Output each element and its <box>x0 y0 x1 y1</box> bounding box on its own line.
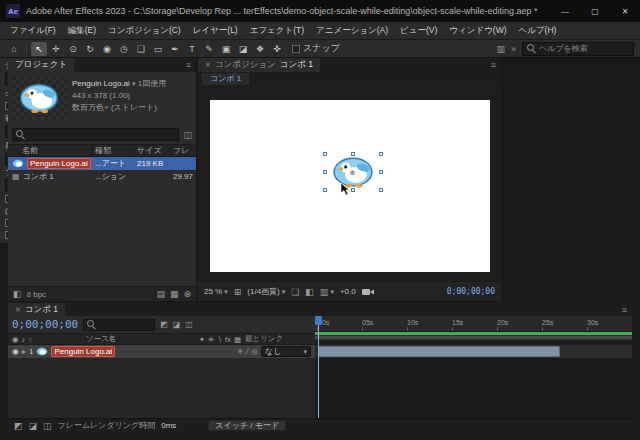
hand-tool-icon[interactable]: ✛ <box>48 42 64 56</box>
column-name[interactable]: 名前 <box>8 145 92 156</box>
close-icon[interactable]: ✕ <box>205 61 211 69</box>
new-folder-icon[interactable]: ▤ <box>156 289 165 299</box>
timeline-timecode[interactable]: 0;00;00;00 <box>12 318 78 331</box>
view-layout-dropdown[interactable]: ▥ ▾ <box>320 287 334 297</box>
project-search-input[interactable] <box>28 130 175 139</box>
grid-guides-icon[interactable]: ⊞ <box>234 287 242 297</box>
solo-column-icon[interactable]: ○ <box>28 335 33 344</box>
snap-checkbox[interactable] <box>292 45 300 53</box>
resize-handle[interactable] <box>351 152 355 156</box>
close-icon[interactable]: ✕ <box>15 306 21 314</box>
workspace-icon[interactable]: ▥ <box>496 44 505 54</box>
roto-brush-tool-icon[interactable]: ❖ <box>252 42 268 56</box>
project-panel-menu-icon[interactable]: ≡ <box>181 58 196 72</box>
menu-edit[interactable]: 編集(E) <box>62 25 102 37</box>
twirl-icon[interactable]: ▸ <box>22 347 26 356</box>
menu-view[interactable]: ビュー(V) <box>394 25 443 37</box>
transfer-controls-pane-icon[interactable]: ◪ <box>29 421 38 431</box>
footage-item-name[interactable]: Penguin Logo.ai <box>27 158 91 169</box>
playhead-line[interactable] <box>318 316 319 418</box>
layer-collapse-switch[interactable]: ✳ <box>237 347 244 356</box>
help-search-input[interactable] <box>539 44 629 53</box>
eraser-tool-icon[interactable]: ◪ <box>235 42 251 56</box>
camera-icon[interactable] <box>362 288 374 296</box>
color-depth-icon[interactable]: ◧ <box>13 289 22 299</box>
composition-timecode[interactable]: 0;00;00;00 <box>447 287 495 296</box>
resize-handle[interactable] <box>379 170 383 174</box>
draft-3d-icon[interactable]: ◪ <box>173 320 181 329</box>
timeline-panel-menu-icon[interactable]: ≡ <box>617 303 632 316</box>
chevron-down-icon[interactable]: ▾ <box>132 80 136 87</box>
camera-tool-icon[interactable]: ◉ <box>99 42 115 56</box>
composition-item-name[interactable]: コンポ 1 <box>23 171 54 182</box>
timeline-search-input[interactable] <box>98 320 151 329</box>
resize-handle[interactable] <box>379 152 383 156</box>
pen-tool-icon[interactable]: ✒ <box>167 42 183 56</box>
playhead-handle[interactable] <box>315 316 322 325</box>
menu-effect[interactable]: エフェクト(T) <box>244 25 310 37</box>
region-of-interest-icon[interactable]: ❏ <box>291 287 299 297</box>
menu-layer[interactable]: レイヤー(L) <box>187 25 244 37</box>
eye-column-icon[interactable]: ◉ <box>12 335 19 344</box>
close-button[interactable]: ✕ <box>610 0 640 22</box>
flowchart-icon[interactable]: ◫ <box>183 130 192 140</box>
resize-handle[interactable] <box>379 188 383 192</box>
resize-handle[interactable] <box>351 188 355 192</box>
menu-animation[interactable]: アニメーション(A) <box>310 25 394 37</box>
menu-composition[interactable]: コンポジション(C) <box>102 25 187 37</box>
type-tool-icon[interactable]: T <box>184 42 200 56</box>
exposure-value[interactable]: +0.0 <box>340 287 356 296</box>
viewer-tab-comp1[interactable]: コンポ 1 <box>202 73 249 85</box>
shape-tool-icon[interactable]: ▭ <box>150 42 166 56</box>
collapse-column-icon[interactable]: ✳ <box>208 335 214 344</box>
brush-tool-icon[interactable]: ✎ <box>201 42 217 56</box>
menu-help[interactable]: ヘルプ(H) <box>513 25 563 37</box>
new-composition-icon[interactable]: ▦ <box>170 289 179 299</box>
composition-canvas-area[interactable]: ⊕ <box>198 85 501 281</box>
resize-handle[interactable] <box>323 188 327 192</box>
clone-stamp-tool-icon[interactable]: ▣ <box>218 42 234 56</box>
zoom-dropdown[interactable]: 25 % ▾ <box>204 287 228 296</box>
maximize-button[interactable]: ▢ <box>580 0 610 22</box>
motion-blur-column-icon[interactable]: ▦ <box>234 335 241 344</box>
layer-quality-switch[interactable]: ∕ <box>247 347 248 356</box>
anchor-point-icon[interactable]: ⊕ <box>350 169 356 176</box>
color-depth-label[interactable]: 8 bpc <box>27 290 47 299</box>
menu-file[interactable]: ファイル(F) <box>4 25 62 37</box>
toolbar-overflow-icon[interactable]: » <box>511 44 516 54</box>
resolution-dropdown[interactable]: (1/4画質) ▾ <box>247 286 285 297</box>
time-ruler[interactable]: 00s 05s 10s 15s 20s 25s 30s <box>315 316 632 332</box>
minimize-button[interactable]: — <box>550 0 580 22</box>
work-area-bar[interactable] <box>315 335 632 340</box>
audio-column-icon[interactable]: ♪ <box>22 335 26 344</box>
pickwhip-icon[interactable]: ◎ <box>251 347 258 356</box>
quality-column-icon[interactable]: ∖ <box>217 335 222 344</box>
home-tool-icon[interactable]: ⌂ <box>6 42 22 56</box>
time-stretch-pane-icon[interactable]: ◫ <box>43 421 52 431</box>
selection-tool-icon[interactable]: ↖ <box>31 42 47 56</box>
tab-timeline-comp1[interactable]: ✕ コンポ 1 <box>8 303 65 316</box>
rotation-tool-icon[interactable]: ◷ <box>116 42 132 56</box>
composition-panel-menu-icon[interactable]: ≡ <box>486 58 501 72</box>
pan-behind-tool-icon[interactable]: ❏ <box>133 42 149 56</box>
delete-icon[interactable]: ⊗ <box>183 289 191 299</box>
selected-object-bounding-box[interactable]: ⊕ <box>325 154 381 190</box>
project-row-comp[interactable]: ▦ コンポ 1 ...ション 29.97 <box>8 170 196 183</box>
tab-composition[interactable]: ✕ コンポジション コンポ 1 <box>198 58 320 72</box>
puppet-tool-icon[interactable]: ✜ <box>269 42 285 56</box>
composition-view[interactable]: ⊕ <box>210 100 490 272</box>
menu-window[interactable]: ウィンドウ(W) <box>443 25 512 37</box>
orbit-tool-icon[interactable]: ↻ <box>82 42 98 56</box>
layer-switches-pane-icon[interactable]: ◩ <box>14 421 23 431</box>
parent-dropdown[interactable]: なし ▾ <box>261 346 311 357</box>
zoom-tool-icon[interactable]: ⊙ <box>65 42 81 56</box>
column-framerate[interactable]: フレ <box>170 145 196 156</box>
tab-project[interactable]: プロジェクト <box>8 58 74 72</box>
resize-handle[interactable] <box>323 170 327 174</box>
layer-row-1[interactable]: ◉ ▸ 1 Penguin Logo.ai ✳ ∕ ◎ なし ▾ <box>8 345 315 358</box>
column-size[interactable]: サイズ <box>134 145 170 156</box>
graph-editor-icon[interactable]: ◫ <box>185 320 193 329</box>
resize-handle[interactable] <box>323 152 327 156</box>
parent-link-column-header[interactable]: 親とリンク <box>245 334 315 344</box>
switches-modes-button[interactable]: スイッチ / モード <box>208 420 286 431</box>
